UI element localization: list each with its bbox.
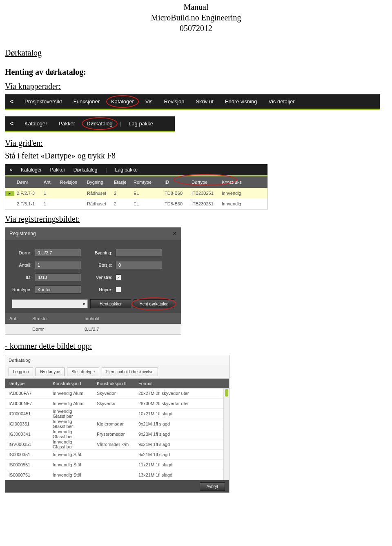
col-etasje[interactable]: Etasje xyxy=(111,180,131,185)
toolbar-item-funksjoner[interactable]: Funksjoner xyxy=(68,98,105,105)
table-row[interactable]: IG0000451Innvendig Glassfiber10x21M 1fl … xyxy=(5,409,229,419)
label-dornr: Dørnr: xyxy=(12,250,35,255)
reg-table-header: Ant. Struktur Innhold xyxy=(5,313,181,324)
cell-dortype[interactable]: ITB230251 xyxy=(189,201,219,206)
reg-table-row[interactable]: Dørnr 0.U/2.7 xyxy=(5,324,181,334)
toolbar-item-revisjon[interactable]: Revisjon xyxy=(158,98,190,105)
sub-via-knapperader: Via knapperader: xyxy=(5,82,392,91)
table-row[interactable]: IS0000751Innvendig Stål13x21M 1fl slagd xyxy=(5,470,229,480)
toolbar-item-endrevisning[interactable]: Endre visning xyxy=(219,98,263,105)
doc-title-1: Manual xyxy=(0,2,392,12)
ny-dortype-button[interactable]: Ny dørtype xyxy=(36,368,65,376)
etasje-input[interactable]: 0 xyxy=(116,261,162,269)
col-ant[interactable]: Ant. xyxy=(41,180,58,185)
col-dornr[interactable]: Dørnr xyxy=(14,180,41,185)
grid-instruction: Stå i feltet «Dørtype» og trykk F8 xyxy=(5,151,392,160)
sub-item-kataloger[interactable]: Kataloger xyxy=(19,120,53,127)
table-row[interactable]: IGI000351Innvendig GlassfiberKjøleromsdø… xyxy=(5,419,229,429)
cell: 11x21M 1fl slagd xyxy=(135,462,209,467)
main-toolbar: < Prosjektoversikt Funksjoner Kataloger … xyxy=(5,94,380,110)
col-konstr2[interactable]: Konstruksjon II xyxy=(94,381,135,386)
table-row[interactable]: IAD000NF7Innvendig Alum.Skyvedør28x30M 2… xyxy=(5,399,229,409)
cell-romtype: EL xyxy=(131,191,162,196)
toolbar-item-prosjektoversikt[interactable]: Prosjektoversikt xyxy=(19,98,68,105)
bygning-input[interactable] xyxy=(116,249,162,257)
table-row[interactable]: IS0000551Innvendig Stål11x21M 1fl slagd xyxy=(5,460,229,470)
col-konstruks[interactable]: Konstruks xyxy=(219,180,248,185)
toolbar-divider: | xyxy=(118,120,123,127)
doc-title-2: MicroBuild.no Engineering xyxy=(0,12,392,23)
cell: IS0000551 xyxy=(5,462,49,467)
hent-pakker-button[interactable]: Hent pakker xyxy=(90,299,131,308)
cell: Innvendig Glassfiber xyxy=(49,409,94,419)
antall-input[interactable]: 1 xyxy=(35,261,81,269)
col-romtype[interactable]: Romtype xyxy=(131,180,162,185)
hoyre-checkbox[interactable] xyxy=(116,287,121,292)
catalog-body: IAD000FA7Innvendig Alum.Skyvedør20x27M 2… xyxy=(5,388,229,480)
row-marker-icon: ▸ xyxy=(5,191,14,196)
toolbar-item-visdetaljer[interactable]: Vis detaljer xyxy=(263,98,301,105)
table-row[interactable]: IGJ000341Innvendig GlassfiberFryseromsdø… xyxy=(5,429,229,439)
sub-item-dorkatalog[interactable]: Dørkatalog xyxy=(81,120,118,127)
chevron-left-icon[interactable]: < xyxy=(5,167,17,173)
cell: Kjøleromsdør xyxy=(94,421,135,426)
grid-tb-dorkatalog[interactable]: Dørkatalog xyxy=(69,167,102,173)
table-row[interactable]: 2.F/5.1-1 1 Rådhuset 2 EL TD8-B60 ITB230… xyxy=(5,198,267,209)
door-catalog-dialog: Dørkatalog Legg inn Ny dørtype Slett dør… xyxy=(5,355,229,493)
scroll-thumb[interactable] xyxy=(225,389,228,397)
table-row[interactable]: IGV000351Innvendig GlassfiberVåtromsdør … xyxy=(5,439,229,450)
toolbar-item-skrivut[interactable]: Skriv ut xyxy=(190,98,219,105)
subsection-henting: Henting av dørkatalog: xyxy=(5,67,392,77)
chevron-left-icon[interactable]: < xyxy=(5,120,19,127)
door-grid: < Kataloger Pakker Dørkatalog | Lag pakk… xyxy=(5,164,268,209)
cell-bygning: Rådhuset xyxy=(85,191,111,196)
table-row[interactable]: IS0000351Innvendig Stål9x21M 1fl slagd xyxy=(5,450,229,460)
romtype-input[interactable]: Kontor xyxy=(35,285,81,294)
grid-tb-kataloger[interactable]: Kataloger xyxy=(17,167,46,173)
id-input[interactable]: ID13 xyxy=(35,273,81,281)
cell-konstruks: Innvendig xyxy=(219,201,248,206)
cell: 13x21M 1fl slagd xyxy=(135,472,209,477)
cell: Innvendig Glassfiber xyxy=(49,439,94,449)
col-ant: Ant. xyxy=(5,316,28,321)
sub-via-grid: Via grid'en: xyxy=(5,138,392,148)
toolbar-item-kataloger[interactable]: Kataloger xyxy=(105,98,140,105)
col-dortype[interactable]: Dørtype xyxy=(5,381,49,386)
chevron-left-icon[interactable]: < xyxy=(5,98,19,105)
col-bygning[interactable]: Bygning xyxy=(85,180,111,185)
close-icon[interactable]: ✕ xyxy=(173,231,177,236)
dialog-titlebar: Registrering ✕ xyxy=(5,227,181,240)
slett-dortype-button[interactable]: Slett dørtype xyxy=(67,368,99,376)
section-title-dorkatalog: Dørkatalog xyxy=(5,48,392,58)
scrollbar[interactable] xyxy=(223,388,229,480)
grid-tb-pakker[interactable]: Pakker xyxy=(46,167,69,173)
col-format[interactable]: Format xyxy=(135,381,209,386)
table-row[interactable]: IAD000FA7Innvendig Alum.Skyvedør20x27M 2… xyxy=(5,388,229,399)
grid-header-row: Dørnr Ant. Revisjon Bygning Etasje Romty… xyxy=(5,176,267,188)
table-row[interactable]: ▸ 2.F/2.7-3 1 Rådhuset 2 EL TD8-B60 ITB2… xyxy=(5,188,267,198)
cell: IS0000351 xyxy=(5,452,49,457)
hent-dorkatalog-button[interactable]: Hent dørkatalog xyxy=(134,299,174,308)
col-revisjon[interactable]: Revisjon xyxy=(58,180,85,185)
venstre-checkbox[interactable]: ✓ xyxy=(116,274,121,280)
cell: Innvendig Alum. xyxy=(49,401,94,406)
col-dortype[interactable]: Dørtype xyxy=(189,180,219,185)
catalog-title: Dørkatalog xyxy=(5,355,229,365)
grid-tb-lagpakke[interactable]: Lag pakke xyxy=(111,167,142,173)
col-konstr1[interactable]: Konstruksjon I xyxy=(49,381,94,386)
sub-item-lagpakke[interactable]: Lag pakke xyxy=(123,120,159,127)
legg-inn-button[interactable]: Legg inn xyxy=(9,368,33,376)
dialog-title: Registrering xyxy=(9,231,36,236)
cell-bygning: Rådhuset xyxy=(85,201,111,206)
label-bygning: Bygning: xyxy=(91,250,116,255)
cell-dortype[interactable]: ITB230251 xyxy=(189,191,219,196)
col-id[interactable]: ID xyxy=(162,180,189,185)
package-dropdown[interactable]: ▾ xyxy=(12,299,88,308)
dornr-input[interactable]: 0.U/2.7 xyxy=(35,249,81,257)
cell: IGJ000341 xyxy=(5,432,49,437)
document-header: Manual MicroBuild.no Engineering 0507201… xyxy=(0,0,392,38)
sub-item-pakker[interactable]: Pakker xyxy=(53,120,81,127)
toolbar-item-vis[interactable]: Vis xyxy=(140,98,158,105)
fjern-innhold-button[interactable]: Fjern innhold i beskrivelse xyxy=(102,368,158,376)
avbryt-button[interactable]: Avbryt xyxy=(200,482,225,491)
